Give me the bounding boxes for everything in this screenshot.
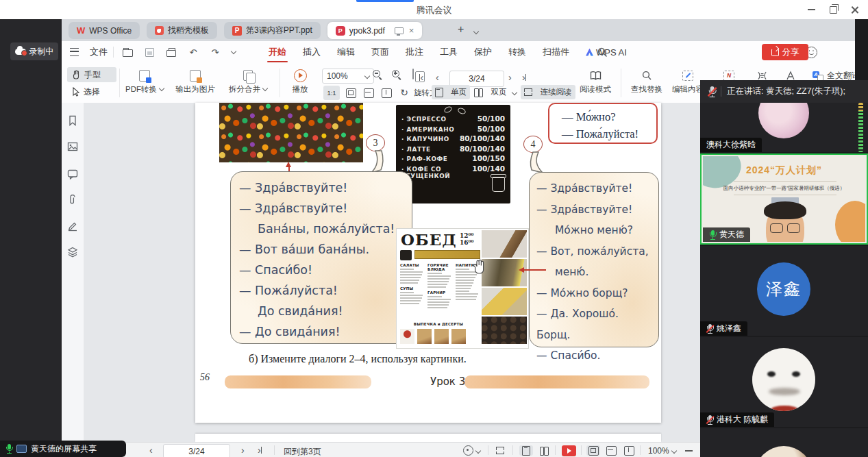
wps-tab-2[interactable]: 找稻壳模板 [147,22,217,39]
mic-muted-icon [706,324,713,334]
tab-close-icon[interactable]: × [409,25,414,36]
back-to-page-button[interactable]: 回到第3页 [284,446,321,457]
wps-menubar: 文件 ↶ ↷ 开始插入编辑页面批注工具保护转换扫描件WPS AI [62,41,868,63]
redo-icon[interactable]: ↷ [207,45,223,59]
status-fit-page-icon[interactable] [586,445,600,456]
arrow-head-left [519,267,524,273]
arrange-pages-icon[interactable] [412,69,414,79]
status-prev-page[interactable]: ‹ [149,445,153,456]
food-photo-mash [482,288,527,315]
tab-list-dropdown[interactable] [471,27,478,37]
status-fit-width-icon[interactable] [604,445,618,456]
status-continuous-icon[interactable] [496,445,504,456]
dialog4-bubble: — Здра́вствуйте!— Здра́вствуйте!Мо́жно м… [529,172,659,347]
bookmark-icon[interactable] [67,115,78,126]
status-double-page-icon[interactable] [537,445,551,456]
quickbar-dropdown[interactable] [229,47,236,57]
hand-tool-button[interactable]: 手型 [67,67,116,82]
share-button[interactable]: 分享 [762,44,808,60]
participant-video-4[interactable]: 港科大 陈毓麒 [700,337,868,427]
close-button[interactable] [846,3,864,16]
menu-item-4[interactable]: 页面 [370,43,390,61]
zoom-slider-minus[interactable] [685,445,693,456]
open-file-icon[interactable] [119,45,136,59]
recording-badge[interactable]: 录制中 [10,42,58,60]
zoom-level-dropdown[interactable]: 100% [322,69,374,84]
participant-video-3[interactable]: 泽鑫 姚泽鑫 [700,246,868,336]
undo-icon[interactable]: ↶ [185,45,201,59]
status-zoom-level[interactable]: 100% [648,446,676,456]
prev-page-button[interactable]: ‹ [436,72,439,83]
export-image-button[interactable]: 输出为图片 [170,68,221,95]
dialog4-number-circle: 4 [523,136,543,153]
attachment-icon[interactable] [67,195,78,206]
menu-item-7[interactable]: 保护 [473,43,493,61]
participant-video-1[interactable]: 澳科大徐紫晗 [700,103,868,152]
menu-item-3[interactable]: 编辑 [336,43,356,61]
lunch-menu-banner [414,250,480,259]
thumbnails-icon[interactable] [67,141,78,152]
status-page-input[interactable] [163,444,230,457]
menu-item-5[interactable]: 批注 [404,43,425,61]
wps-tabs: WWPS Office找稻壳模板P第3课内容PPT.pptPypok3.pdf× [69,19,422,41]
find-replace-button[interactable]: 查找替换 [628,68,666,95]
fit-width-button[interactable] [362,86,375,100]
print-icon[interactable] [163,45,179,59]
fit-page-button[interactable] [344,86,358,100]
dialog-line: — Пожа́луйста! [239,280,404,301]
wps-tab-4[interactable]: Pypok3.pdf× [327,22,423,39]
status-next-page[interactable]: › [241,445,245,456]
pdf-file-icon: P [336,26,345,36]
new-tab-button[interactable]: + [458,23,464,36]
status-single-page-icon[interactable] [519,445,533,456]
meeting-left-strip [0,19,62,457]
participant-name-label: 港科大 陈毓麒 [700,412,774,427]
maximize-button[interactable] [824,3,842,16]
hamburger-icon[interactable] [70,48,79,56]
volume-meter [858,103,863,152]
actual-size-button[interactable]: 1:1 [323,86,340,100]
status-play-button[interactable] [562,445,576,456]
dialog-line: — Вот ва́ши бана́ны. [239,239,404,260]
rotate-page-icon[interactable]: ↻ [397,85,411,99]
titlebar-tab-indicator [356,0,414,2]
menu-item-1[interactable]: 开始 [267,43,288,61]
split-merge-button[interactable]: 拆分合并 [225,68,271,95]
pen-icon[interactable] [67,221,78,232]
wps-tab-1[interactable]: WWPS Office [69,22,140,39]
screen-share-label: 黄天德的屏幕共享 [31,443,97,455]
arrow-head-up [286,162,291,167]
menu-item-6[interactable]: 工具 [438,43,459,61]
dialog-line: — Здра́вствуйте! [536,199,652,221]
menu-file[interactable]: 文件 [90,46,108,58]
play-button[interactable]: 播放 [285,68,315,95]
compress-icon [756,71,768,81]
menu-item-2[interactable]: 插入 [301,43,322,61]
minimize-button[interactable] [802,3,820,16]
participant-video-2-active-speaker[interactable]: 2024“万人计划” 面向小语种专业的“一带一路”国家暑期研修班（俄语） 黄天德 [700,153,868,245]
pdf-convert-button[interactable]: PDF转换 [123,68,166,95]
read-mode-button[interactable]: 阅读模式 [577,68,614,95]
slide-subtitle: 面向小语种专业的“一带一路”国家暑期研修班（俄语） [703,185,865,192]
save-icon[interactable] [141,45,158,59]
screen-share-pill[interactable]: 黄天德的屏幕共享 [0,441,126,457]
wps-tab-3[interactable]: P第3课内容PPT.ppt [224,22,321,39]
participant-video-5[interactable] [700,428,868,457]
eye-protect-icon[interactable] [463,445,480,456]
search-icon[interactable] [597,47,608,58]
first-page-button[interactable]: ‹ [419,72,423,83]
menu-item-8[interactable]: 转换 [507,43,528,61]
single-page-button[interactable]: 单页 [432,85,470,99]
status-fit-height-icon[interactable] [622,445,636,456]
comments-icon[interactable] [67,169,78,180]
last-page-button[interactable]: › [522,72,526,83]
mic-muted-icon[interactable] [708,86,716,97]
select-tool-button[interactable]: 选择 [67,84,116,99]
menu-item-9[interactable]: 扫描件 [541,43,571,61]
status-last-page[interactable]: › [258,445,262,456]
double-page-button[interactable]: 双页 [474,85,517,99]
continuous-read-button[interactable]: 连续阅读 [521,85,575,99]
layers-icon[interactable] [67,247,78,258]
next-page-button[interactable]: › [508,72,512,83]
rotate-left-button[interactable] [380,86,393,100]
